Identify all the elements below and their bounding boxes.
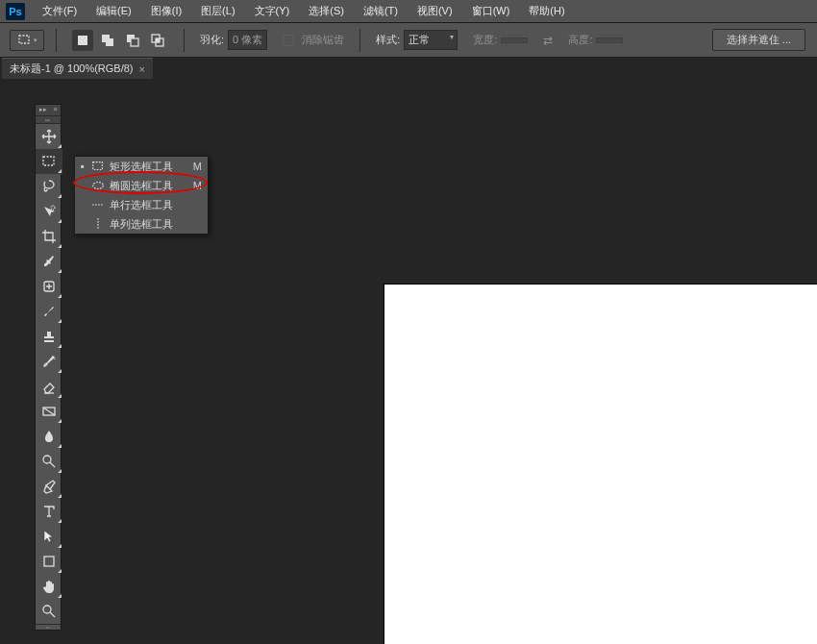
selection-mode-group [68, 30, 172, 51]
height-label: 高度: [568, 33, 592, 47]
zoom-icon [41, 604, 57, 619]
feather-label: 羽化: [200, 33, 224, 47]
close-icon: × [53, 105, 58, 113]
menu-layer[interactable]: 图层(L) [191, 4, 244, 18]
active-bullet-icon: ■ [81, 163, 90, 169]
tool-hand[interactable] [36, 574, 62, 599]
selection-add-button[interactable] [97, 30, 118, 51]
options-bar: ▾ 羽化: 0 像素 消除锯齿 样式: 正常 ▾ 宽度: [0, 23, 817, 58]
tool-dodge[interactable] [36, 449, 62, 474]
svg-rect-5 [131, 38, 138, 46]
flyout-item-label: 单列选框工具 [106, 217, 194, 232]
quick-select-icon [41, 204, 57, 219]
marquee-flyout: ■矩形选框工具M椭圆选框工具M单行选框工具单列选框工具 [74, 156, 209, 235]
tool-healing[interactable] [36, 274, 62, 299]
marquee-icon [17, 33, 33, 48]
svg-point-17 [93, 183, 104, 189]
style-group: 样式: 正常 ▾ [372, 30, 461, 50]
marquee-icon [41, 154, 57, 169]
grip-icon: ┅ [45, 115, 51, 124]
row-marquee-icon [91, 198, 105, 211]
antialias-group: 消除锯齿 [279, 33, 348, 47]
menu-view[interactable]: 视图(V) [408, 4, 462, 18]
tool-preset-button[interactable]: ▾ [10, 30, 44, 51]
select-and-mask-button[interactable]: 选择并遮住 ... [712, 29, 805, 51]
height-input [596, 37, 623, 43]
type-icon [41, 504, 57, 519]
tool-crop[interactable] [36, 224, 62, 249]
svg-point-13 [43, 456, 51, 463]
selection-new-button[interactable] [72, 30, 93, 51]
document-tab-title: 未标题-1 @ 100%(RGB/8) [10, 62, 134, 76]
flyout-item-ellipse[interactable]: 椭圆选框工具M [75, 176, 208, 195]
menu-help[interactable]: 帮助(H) [519, 4, 574, 18]
menu-edit[interactable]: 编辑(E) [87, 4, 141, 18]
grip-icon: ┅ [46, 624, 50, 631]
tool-marquee[interactable] [36, 149, 62, 174]
collapse-icon: ▸▸ [39, 106, 47, 113]
swap-wh: ⇄ [539, 34, 557, 47]
flyout-indicator-icon [58, 169, 62, 173]
feather-input[interactable]: 0 像素 [228, 30, 267, 50]
flyout-indicator-icon [58, 269, 62, 273]
tool-type[interactable] [36, 499, 62, 524]
flyout-item-row[interactable]: 单行选框工具 [75, 195, 208, 214]
document-tab-bar: 未标题-1 @ 100%(RGB/8) × [0, 58, 817, 79]
menu-window[interactable]: 窗口(W) [462, 4, 520, 18]
tool-gradient[interactable] [36, 399, 62, 424]
app-logo: Ps [6, 3, 25, 20]
shape-icon [41, 554, 57, 569]
dodge-icon [41, 454, 57, 469]
menu-file[interactable]: 文件(F) [33, 4, 87, 18]
tool-quick-select[interactable] [36, 199, 62, 224]
flyout-indicator-icon [58, 394, 62, 398]
divider [56, 29, 57, 52]
tool-blur[interactable] [36, 424, 62, 449]
ellipse-marquee-icon [91, 179, 105, 192]
stamp-icon [41, 329, 57, 344]
flyout-indicator-icon [58, 244, 62, 248]
path-select-icon [41, 529, 57, 544]
svg-rect-0 [19, 36, 29, 43]
tool-zoom[interactable] [36, 599, 62, 624]
menu-image[interactable]: 图像(I) [141, 4, 191, 18]
eraser-icon [41, 379, 57, 394]
tool-panel-grip[interactable]: ┅ [36, 116, 61, 124]
tool-path-select[interactable] [36, 524, 62, 549]
close-icon[interactable]: × [139, 63, 145, 75]
brush-icon [41, 304, 57, 319]
svg-rect-8 [156, 38, 160, 42]
tool-brush[interactable] [36, 299, 62, 324]
canvas[interactable] [384, 285, 817, 644]
selection-intersect-button[interactable] [147, 30, 168, 51]
divider [184, 29, 185, 52]
style-select[interactable]: 正常 ▾ [404, 30, 458, 50]
divider [359, 29, 360, 52]
flyout-item-col[interactable]: 单列选框工具 [75, 214, 208, 234]
menu-type[interactable]: 文字(Y) [245, 4, 300, 18]
tool-panel-footer: ┅ [36, 624, 61, 630]
tool-pen[interactable] [36, 474, 62, 499]
tool-shape[interactable] [36, 549, 62, 574]
flyout-indicator-icon [58, 294, 62, 298]
height-group: 高度: [564, 33, 627, 47]
tool-eyedropper[interactable] [36, 249, 62, 274]
tool-eraser[interactable] [36, 374, 62, 399]
add-selection-icon [100, 33, 115, 48]
document-tab[interactable]: 未标题-1 @ 100%(RGB/8) × [2, 58, 153, 79]
tool-move[interactable] [36, 124, 62, 149]
width-group: 宽度: [469, 33, 532, 47]
menu-bar: Ps 文件(F) 编辑(E) 图像(I) 图层(L) 文字(Y) 选择(S) 滤… [0, 0, 817, 23]
svg-rect-16 [93, 162, 103, 170]
flyout-indicator-icon [58, 419, 62, 423]
intersect-selection-icon [150, 33, 165, 48]
menu-select[interactable]: 选择(S) [299, 4, 354, 18]
tool-stamp[interactable] [36, 324, 62, 349]
feather-group: 羽化: 0 像素 [196, 30, 271, 50]
tool-history-brush[interactable] [36, 349, 62, 374]
menu-filter[interactable]: 滤镜(T) [354, 4, 408, 18]
selection-subtract-button[interactable] [122, 30, 143, 51]
svg-rect-9 [43, 157, 54, 165]
flyout-item-rect[interactable]: ■矩形选框工具M [75, 157, 208, 176]
tool-lasso[interactable] [36, 174, 62, 199]
